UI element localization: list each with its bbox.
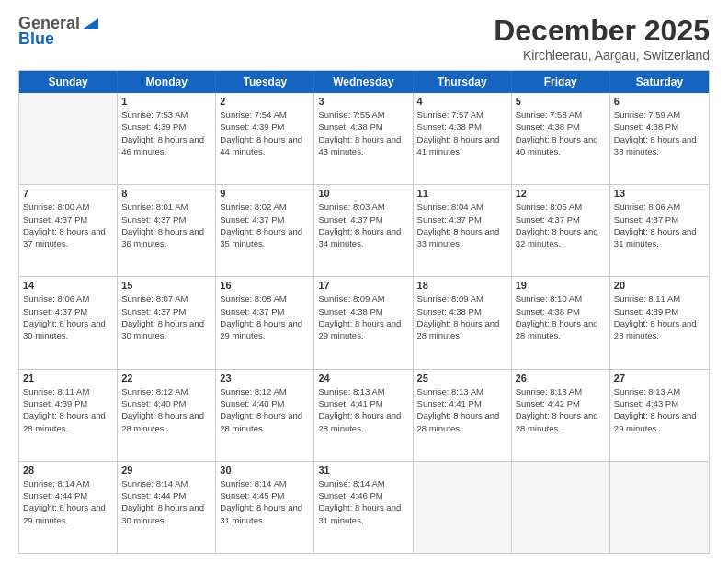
calendar-cell-1-3: 2Sunrise: 7:54 AMSunset: 4:39 PMDaylight… xyxy=(216,93,314,184)
day-number: 14 xyxy=(23,280,113,291)
calendar-cell-5-7 xyxy=(610,462,709,553)
svg-marker-0 xyxy=(82,18,98,29)
day-number: 25 xyxy=(417,373,507,384)
day-number: 5 xyxy=(516,96,606,107)
sunrise-info: Sunrise: 7:57 AM xyxy=(417,109,507,121)
day-number: 11 xyxy=(417,188,507,199)
sunset-info: Sunset: 4:39 PM xyxy=(121,121,211,132)
day-number: 2 xyxy=(220,96,310,107)
sunset-info: Sunset: 4:44 PM xyxy=(23,489,113,501)
sunset-info: Sunset: 4:39 PM xyxy=(23,397,113,409)
sunset-info: Sunset: 4:37 PM xyxy=(417,213,507,225)
sunset-info: Sunset: 4:41 PM xyxy=(417,397,507,409)
calendar-cell-3-3: 16Sunrise: 8:08 AMSunset: 4:37 PMDayligh… xyxy=(216,277,314,368)
sunrise-info: Sunrise: 8:04 AM xyxy=(417,201,507,213)
day-number: 6 xyxy=(614,96,705,107)
calendar-cell-2-4: 10Sunrise: 8:03 AMSunset: 4:37 PMDayligh… xyxy=(314,185,413,276)
weekday-sunday: Sunday xyxy=(19,71,118,93)
daylight-info: Daylight: 8 hours and 29 minutes. xyxy=(318,317,408,342)
calendar-cell-1-4: 3Sunrise: 7:55 AMSunset: 4:38 PMDaylight… xyxy=(314,93,413,184)
sunrise-info: Sunrise: 8:13 AM xyxy=(417,385,507,397)
daylight-info: Daylight: 8 hours and 41 minutes. xyxy=(417,133,507,158)
sunrise-info: Sunrise: 8:03 AM xyxy=(318,201,408,213)
calendar-row-2: 7Sunrise: 8:00 AMSunset: 4:37 PMDaylight… xyxy=(19,185,709,277)
sunset-info: Sunset: 4:40 PM xyxy=(121,397,211,409)
day-number: 13 xyxy=(614,188,705,199)
daylight-info: Daylight: 8 hours and 28 minutes. xyxy=(614,317,705,342)
sunrise-info: Sunrise: 8:00 AM xyxy=(23,201,113,213)
sunset-info: Sunset: 4:37 PM xyxy=(23,305,113,317)
daylight-info: Daylight: 8 hours and 28 minutes. xyxy=(417,317,507,342)
logo-triangle-icon xyxy=(80,17,100,31)
sunrise-info: Sunrise: 8:09 AM xyxy=(417,293,507,304)
daylight-info: Daylight: 8 hours and 28 minutes. xyxy=(516,317,606,342)
day-number: 20 xyxy=(614,280,705,291)
sunrise-info: Sunrise: 8:14 AM xyxy=(121,477,211,489)
daylight-info: Daylight: 8 hours and 29 minutes. xyxy=(614,409,705,434)
calendar-row-3: 14Sunrise: 8:06 AMSunset: 4:37 PMDayligh… xyxy=(19,277,709,369)
daylight-info: Daylight: 8 hours and 44 minutes. xyxy=(220,133,310,158)
day-number: 18 xyxy=(417,280,507,291)
daylight-info: Daylight: 8 hours and 29 minutes. xyxy=(220,317,310,342)
sunset-info: Sunset: 4:38 PM xyxy=(516,121,606,132)
calendar-cell-2-7: 13Sunrise: 8:06 AMSunset: 4:37 PMDayligh… xyxy=(610,185,709,276)
day-number: 15 xyxy=(121,280,211,291)
calendar-cell-2-6: 12Sunrise: 8:05 AMSunset: 4:37 PMDayligh… xyxy=(512,185,610,276)
weekday-saturday: Saturday xyxy=(610,71,709,93)
sunset-info: Sunset: 4:46 PM xyxy=(318,489,408,501)
calendar-cell-3-1: 14Sunrise: 8:06 AMSunset: 4:37 PMDayligh… xyxy=(19,277,118,368)
sunset-info: Sunset: 4:40 PM xyxy=(220,397,310,409)
daylight-info: Daylight: 8 hours and 37 minutes. xyxy=(23,225,113,250)
sunrise-info: Sunrise: 8:11 AM xyxy=(614,293,705,304)
sunrise-info: Sunrise: 7:54 AM xyxy=(220,109,310,121)
daylight-info: Daylight: 8 hours and 31 minutes. xyxy=(318,501,408,526)
calendar-cell-4-2: 22Sunrise: 8:12 AMSunset: 4:40 PMDayligh… xyxy=(118,370,216,461)
calendar-body: 1Sunrise: 7:53 AMSunset: 4:39 PMDaylight… xyxy=(19,93,709,553)
logo-blue-text: Blue xyxy=(18,29,54,49)
daylight-info: Daylight: 8 hours and 30 minutes. xyxy=(121,501,211,526)
daylight-info: Daylight: 8 hours and 36 minutes. xyxy=(121,225,211,250)
weekday-wednesday: Wednesday xyxy=(314,71,413,93)
daylight-info: Daylight: 8 hours and 31 minutes. xyxy=(614,225,705,250)
sunrise-info: Sunrise: 8:09 AM xyxy=(318,293,408,304)
sunrise-info: Sunrise: 8:06 AM xyxy=(23,293,113,304)
sunset-info: Sunset: 4:45 PM xyxy=(220,489,310,501)
calendar-cell-4-6: 26Sunrise: 8:13 AMSunset: 4:42 PMDayligh… xyxy=(512,370,610,461)
daylight-info: Daylight: 8 hours and 35 minutes. xyxy=(220,225,310,250)
calendar-cell-1-1 xyxy=(19,93,118,184)
daylight-info: Daylight: 8 hours and 28 minutes. xyxy=(121,409,211,434)
sunrise-info: Sunrise: 8:01 AM xyxy=(121,201,211,213)
daylight-info: Daylight: 8 hours and 46 minutes. xyxy=(121,133,211,158)
sunset-info: Sunset: 4:37 PM xyxy=(121,305,211,317)
sunrise-info: Sunrise: 8:13 AM xyxy=(614,385,705,397)
sunset-info: Sunset: 4:37 PM xyxy=(220,305,310,317)
page: General Blue December 2025 Kirchleerau, … xyxy=(0,0,728,563)
sunrise-info: Sunrise: 8:08 AM xyxy=(220,293,310,304)
sunrise-info: Sunrise: 8:13 AM xyxy=(516,385,606,397)
calendar-cell-2-1: 7Sunrise: 8:00 AMSunset: 4:37 PMDaylight… xyxy=(19,185,118,276)
sunset-info: Sunset: 4:38 PM xyxy=(318,305,408,317)
sunset-info: Sunset: 4:38 PM xyxy=(614,121,705,132)
sunrise-info: Sunrise: 8:14 AM xyxy=(318,477,408,489)
daylight-info: Daylight: 8 hours and 33 minutes. xyxy=(417,225,507,250)
title-area: December 2025 Kirchleerau, Aargau, Switz… xyxy=(494,14,710,63)
calendar-cell-4-3: 23Sunrise: 8:12 AMSunset: 4:40 PMDayligh… xyxy=(216,370,314,461)
calendar-cell-4-7: 27Sunrise: 8:13 AMSunset: 4:43 PMDayligh… xyxy=(610,370,709,461)
page-title: December 2025 xyxy=(494,14,710,48)
sunrise-info: Sunrise: 8:07 AM xyxy=(121,293,211,304)
daylight-info: Daylight: 8 hours and 34 minutes. xyxy=(318,225,408,250)
day-number: 22 xyxy=(121,373,211,384)
weekday-monday: Monday xyxy=(118,71,216,93)
daylight-info: Daylight: 8 hours and 43 minutes. xyxy=(318,133,408,158)
calendar-cell-3-6: 19Sunrise: 8:10 AMSunset: 4:38 PMDayligh… xyxy=(512,277,610,368)
calendar-cell-4-1: 21Sunrise: 8:11 AMSunset: 4:39 PMDayligh… xyxy=(19,370,118,461)
day-number: 28 xyxy=(23,465,113,476)
weekday-friday: Friday xyxy=(512,71,610,93)
sunrise-info: Sunrise: 8:14 AM xyxy=(23,477,113,489)
calendar-cell-4-4: 24Sunrise: 8:13 AMSunset: 4:41 PMDayligh… xyxy=(314,370,413,461)
sunrise-info: Sunrise: 7:53 AM xyxy=(121,109,211,121)
calendar-row-1: 1Sunrise: 7:53 AMSunset: 4:39 PMDaylight… xyxy=(19,93,709,185)
sunset-info: Sunset: 4:43 PM xyxy=(614,397,705,409)
sunrise-info: Sunrise: 8:11 AM xyxy=(23,385,113,397)
daylight-info: Daylight: 8 hours and 32 minutes. xyxy=(516,225,606,250)
